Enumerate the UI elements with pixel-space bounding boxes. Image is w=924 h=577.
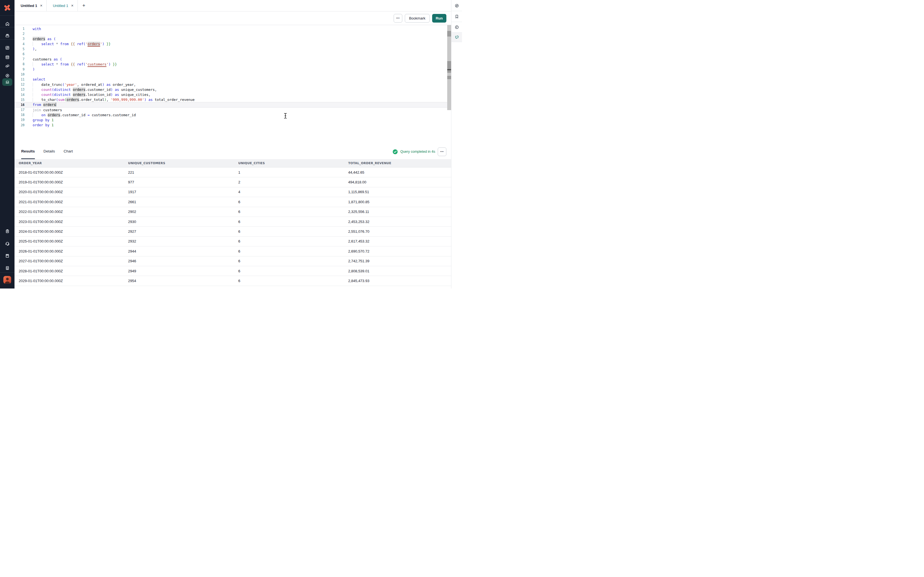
column-header-unique_cities[interactable]: UNIQUE_CITIES [234,159,344,168]
more-options-button[interactable]: ••• [394,14,402,23]
right-rail-item-compass-icon[interactable] [451,2,462,10]
table-row[interactable]: 2030-01-01T00:00:00.000Z287961,841,049.3… [15,286,451,288]
table-cell: 6 [234,239,344,243]
document-tab-1[interactable]: Untitled 1✕ [15,0,47,11]
close-icon[interactable]: ✕ [71,4,73,8]
line-number: 10 [15,73,24,76]
table-cell: 1 [234,170,344,174]
line-number: 18 [15,113,24,117]
code-line-11[interactable]: 11select [15,77,451,82]
bookmark-button[interactable]: Bookmark [405,14,430,23]
table-cell: 2023-01-01T00:00:00.000Z [15,220,124,224]
right-rail-item-ai-chat-sparkles-icon[interactable] [451,33,462,41]
run-button[interactable]: Run [432,14,446,23]
code-line-8[interactable]: 8 select * from {{ ref('customers') }} [15,61,451,67]
sidebar-item-code-window-icon[interactable] [0,52,15,62]
table-cell: 6 [234,249,344,253]
hex-logo-icon [3,4,11,11]
table-row[interactable]: 2028-01-01T00:00:00.000Z294962,808,539.0… [15,266,451,276]
sidebar-item-windows-icon[interactable] [0,61,15,71]
table-cell: 1,871,800.85 [344,200,451,204]
column-header-unique_customers[interactable]: UNIQUE_CUSTOMERS [124,159,234,168]
code-line-6[interactable]: 6 [15,52,451,56]
close-icon[interactable]: ✕ [40,4,42,8]
tab-results[interactable]: Results [21,144,35,159]
line-number: 5 [15,47,24,51]
column-header-total_order_revenue[interactable]: TOTAL_ORDER_REVENUE [344,159,451,168]
table-row[interactable]: 2018-01-01T00:00:00.000Z221144,442.65 [15,168,451,177]
sidebar-item-archive-tray-icon[interactable] [0,31,15,40]
code-lines: 1with23orders as (4 select * from {{ ref… [15,26,451,128]
tab-label: Untitled 1 [53,3,68,8]
sidebar-item-headset-icon[interactable] [0,239,15,248]
table-row[interactable]: 2022-01-01T00:00:00.000Z290262,325,556.1… [15,207,451,217]
query-status-text: Query completed in 4s [401,150,435,153]
code-line-10[interactable]: 10 [15,72,451,77]
scrollbar-marker [447,61,451,69]
sql-editor[interactable]: 1with23orders as (4 select * from {{ ref… [15,25,451,144]
table-cell: 2022-01-01T00:00:00.000Z [15,210,124,214]
sidebar-item-dashboard-grid-icon[interactable] [0,43,15,52]
sidebar-item-building-icon[interactable] [0,263,15,272]
table-row[interactable]: 2026-01-01T00:00:00.000Z294462,690,570.7… [15,247,451,256]
results-tab-bar: ResultsDetailsChart Query completed in 4… [15,144,451,159]
table-cell: 6 [234,279,344,283]
code-line-7[interactable]: 7customers as ( [15,56,451,61]
table-row[interactable]: 2023-01-01T00:00:00.000Z293062,453,253.3… [15,217,451,227]
line-number: 20 [15,123,24,127]
line-number: 12 [15,82,24,86]
editor-scrollbar[interactable] [447,25,451,110]
table-row[interactable]: 2019-01-01T00:00:00.000Z9772494,818.00 [15,177,451,187]
new-tab-button[interactable]: + [78,0,90,11]
code-line-16[interactable]: 16from orders [15,102,451,107]
line-number: 11 [15,77,24,81]
scrollbar-marker [447,31,451,37]
hex-logo[interactable] [0,0,15,15]
code-line-4[interactable]: 4 select * from {{ ref('orders') }} [15,42,451,47]
results-panel: ResultsDetailsChart Query completed in 4… [15,144,451,288]
code-line-17[interactable]: 17join customers [15,107,451,112]
code-line-14[interactable]: 14 count(distinct orders.location_id) as… [15,92,451,97]
code-line-3[interactable]: 3orders as ( [15,36,451,41]
table-cell: 2024-01-01T00:00:00.000Z [15,229,124,234]
sidebar-item-clipboard-icon[interactable] [0,226,15,236]
code-line-12[interactable]: 12 date_trunc('year', ordered_at) as ord… [15,82,451,87]
code-line-20[interactable]: 20order by 1 [15,122,451,128]
code-text: with [24,27,41,31]
code-line-18[interactable]: 18 on orders.customer_id = customers.cus… [15,112,451,118]
table-cell: 6 [234,229,344,234]
sidebar-item-book-icon[interactable] [0,251,15,260]
code-line-1[interactable]: 1with [15,26,451,31]
table-row[interactable]: 2020-01-01T00:00:00.000Z191741,115,869.5… [15,187,451,197]
line-number: 1 [15,27,24,31]
table-row[interactable]: 2025-01-01T00:00:00.000Z293262,617,453.3… [15,237,451,247]
table-row[interactable]: 2029-01-01T00:00:00.000Z295462,845,473.9… [15,276,451,286]
table-row[interactable]: 2024-01-01T00:00:00.000Z292762,551,076.7… [15,227,451,236]
code-line-15[interactable]: 15 to_char(sum(orders.order_total), '999… [15,97,451,102]
tab-chart[interactable]: Chart [64,144,73,159]
line-number: 19 [15,118,24,122]
code-line-19[interactable]: 19group by 1 [15,118,451,122]
table-cell: 1,115,869.51 [344,190,451,194]
code-line-2[interactable]: 2 [15,31,451,36]
table-row[interactable]: 2021-01-01T00:00:00.000Z266161,871,800.8… [15,197,451,207]
document-tab-2[interactable]: Untitled 1✕ [47,0,78,11]
right-rail-item-bookmark-icon[interactable] [451,12,462,21]
user-avatar[interactable] [3,276,11,284]
sidebar-item-home-icon[interactable] [0,19,15,29]
table-row[interactable]: 2027-01-01T00:00:00.000Z294662,742,751.3… [15,256,451,266]
text-caret [56,103,57,106]
code-line-9[interactable]: 9) [15,67,451,72]
results-more-button[interactable]: ••• [438,147,446,156]
table-cell: 2,742,751.39 [344,259,451,263]
table-body[interactable]: 2018-01-01T00:00:00.000Z221144,442.65201… [15,168,451,288]
right-rail-item-history-clock-icon[interactable] [451,23,462,31]
column-header-order_year[interactable]: ORDER_YEAR [15,159,124,168]
code-line-5[interactable]: 5), [15,47,451,52]
code-line-13[interactable]: 13 count(distinct orders.customer_id) as… [15,87,451,92]
line-number: 3 [15,37,24,41]
table-cell: 2,325,556.11 [344,210,451,214]
sidebar-item-laptop-icon[interactable] [2,78,12,86]
table-cell: 977 [124,180,234,184]
tab-details[interactable]: Details [44,144,55,159]
